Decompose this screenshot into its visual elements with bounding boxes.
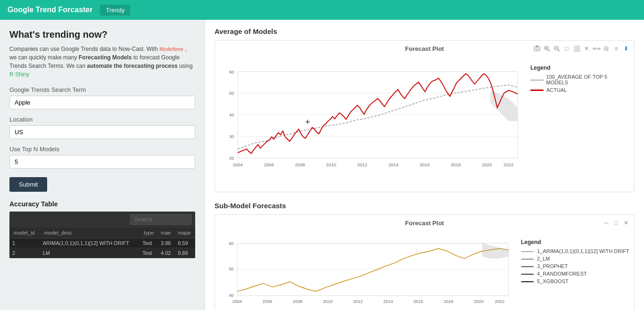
sub-legend-label-3: 3_PROPHET [537, 263, 568, 269]
sub-legend-label-2: 2_LM [537, 256, 550, 261]
sub-legend-item-3: 3_PROPHET [521, 263, 629, 269]
sub-legend-line-5 [521, 281, 534, 282]
sub-legend-line-4 [521, 274, 534, 275]
page-heading: What's trending now? [9, 29, 195, 40]
sub-legend-line-1 [521, 251, 534, 252]
svg-text:60: 60 [229, 69, 234, 74]
sub-legend-item-4: 4_RANDOMFOREST [521, 271, 629, 277]
svg-text:2020: 2020 [474, 299, 484, 304]
svg-text:2014: 2014 [388, 162, 399, 167]
top-legend-title: Legend [530, 65, 629, 71]
sub-chart-container: Forecast Plot ─ □ ✕ 60 [215, 214, 635, 310]
pan-btn[interactable]: ⟺ [592, 44, 601, 53]
forecast-highlight: Forecasting Models [79, 54, 132, 61]
svg-text:2004: 2004 [233, 162, 243, 167]
sub-chart-title: Forecast Plot [220, 220, 629, 227]
svg-text:40: 40 [229, 112, 234, 117]
accuracy-table-wrapper: .model_id .model_desc .type mae mape 1AR… [9, 212, 195, 258]
svg-text:2018: 2018 [451, 162, 461, 167]
top-chart-area: 60 50 40 30 20 2004 2006 2008 2010 2012 … [220, 55, 629, 187]
svg-text:30: 30 [229, 134, 234, 139]
svg-text:2022: 2022 [495, 299, 505, 304]
top-n-input[interactable] [9, 155, 195, 169]
download-btn[interactable]: ⬇ [622, 44, 630, 53]
svg-text:2012: 2012 [353, 299, 363, 304]
box-btn[interactable]: □ [562, 44, 571, 53]
app-header: Google Trend Forcaster Trendy [0, 0, 644, 20]
svg-marker-50 [482, 243, 509, 258]
sub-legend-item-1: 1_ARIMA(1,0,1)(0,1,1)[12] WITH DRIFT [521, 248, 629, 254]
svg-text:2018: 2018 [444, 299, 454, 304]
trendy-badge: Trendy [100, 5, 130, 16]
top-n-group: Use Top N Models [9, 146, 195, 169]
description-text: Companies can use Google Trends data to … [9, 45, 195, 79]
top-n-label: Use Top N Models [9, 146, 195, 153]
app-title: Google Trend Forcaster [8, 6, 92, 14]
svg-text:40: 40 [229, 293, 233, 298]
main-layout: What's trending now? Companies can use G… [0, 20, 644, 310]
reset-btn[interactable]: ✕ [582, 44, 591, 53]
legend-item-average: 100_AVERAGE OF TOP 5 MODELS [530, 74, 629, 85]
top-chart-toolbar: □ ⬜ ✕ ⟺ ⊟ ≡ ⬇ [533, 44, 630, 53]
table-cell: 1 [9, 238, 40, 248]
table-cell: ARIMA(1,0,1)(0,1,1)[12] WITH DRIFT [40, 238, 140, 248]
sub-close-btn[interactable]: ✕ [622, 219, 630, 227]
svg-text:2010: 2010 [326, 162, 336, 167]
search-term-input[interactable] [9, 96, 195, 109]
accuracy-section: Accuracy Table .model_id .model_desc .ty… [9, 200, 195, 258]
sub-chart-legend: Legend 1_ARIMA(1,0,1)(0,1,1)[12] WITH DR… [521, 229, 629, 310]
legend-line-actual [530, 90, 544, 91]
table-cell: 8.59 [175, 238, 195, 248]
submit-button[interactable]: Submit [9, 177, 47, 192]
bars-btn[interactable]: ≡ [612, 44, 620, 53]
sub-legend-label-5: 5_XGBOOST [537, 278, 569, 284]
accuracy-title: Accuracy Table [9, 200, 195, 208]
sub-legend-line-3 [521, 266, 534, 267]
sub-legend-line-2 [521, 259, 534, 260]
svg-text:2008: 2008 [295, 162, 305, 167]
select-btn[interactable]: ⬜ [572, 44, 581, 53]
col-model-desc: .model_desc [40, 228, 140, 238]
table-search-input[interactable] [130, 214, 191, 225]
right-panel: Average of Models Forecast Plot □ ⬜ ✕ ⟺ … [205, 20, 644, 310]
location-label: Location [9, 116, 195, 123]
table-cell: 4.02 [158, 248, 175, 258]
table-cell: Test [140, 238, 158, 248]
camera-btn[interactable] [533, 44, 541, 53]
svg-line-4 [548, 49, 550, 51]
sub-legend-label-4: 4_RANDOMFOREST [537, 271, 587, 277]
svg-text:2004: 2004 [232, 299, 242, 304]
svg-text:2022: 2022 [504, 162, 513, 167]
sub-legend-title: Legend [521, 239, 629, 245]
table-cell: 3.86 [158, 238, 175, 248]
sub-maximize-btn[interactable]: □ [612, 219, 620, 227]
sub-legend-item-5: 5_XGBOOST [521, 278, 629, 284]
search-term-group: Google Trends Search Term [9, 86, 195, 109]
table-header-row: .model_id .model_desc .type mae mape [9, 228, 195, 238]
sub-chart-svg: 60 50 40 2004 2006 2008 2010 2012 2014 2… [220, 229, 517, 310]
legend-line-average [530, 80, 544, 81]
table-cell: Test [140, 248, 158, 258]
svg-text:2008: 2008 [293, 299, 303, 304]
table-row: 1ARIMA(1,0,1)(0,1,1)[12] WITH DRIFTTest3… [9, 238, 195, 248]
top-chart-legend: Legend 100_AVERAGE OF TOP 5 MODELS ACTUA… [530, 55, 629, 187]
legend-item-actual: ACTUAL [530, 87, 629, 93]
svg-text:2006: 2006 [263, 299, 272, 304]
top-section-title: Average of Models [215, 27, 635, 35]
location-group: Location [9, 116, 195, 139]
col-mape: mape [175, 228, 195, 238]
svg-rect-0 [534, 47, 540, 51]
zoom-out-btn[interactable] [553, 44, 561, 53]
svg-point-1 [536, 48, 538, 50]
sub-minimize-btn[interactable]: ─ [602, 219, 611, 227]
zoom-in-btn[interactable] [543, 44, 551, 53]
modeltime-highlight: Modeltime [159, 46, 183, 52]
svg-line-8 [558, 49, 560, 51]
top-chart-svg: 60 50 40 30 20 2004 2006 2008 2010 2012 … [220, 55, 527, 187]
location-input[interactable] [9, 125, 195, 139]
svg-marker-31 [490, 90, 517, 121]
svg-text:20: 20 [229, 155, 234, 161]
sub-legend-item-2: 2_LM [521, 256, 629, 261]
legend-label-actual: ACTUAL [546, 87, 567, 93]
line-btn[interactable]: ⊟ [602, 44, 611, 53]
